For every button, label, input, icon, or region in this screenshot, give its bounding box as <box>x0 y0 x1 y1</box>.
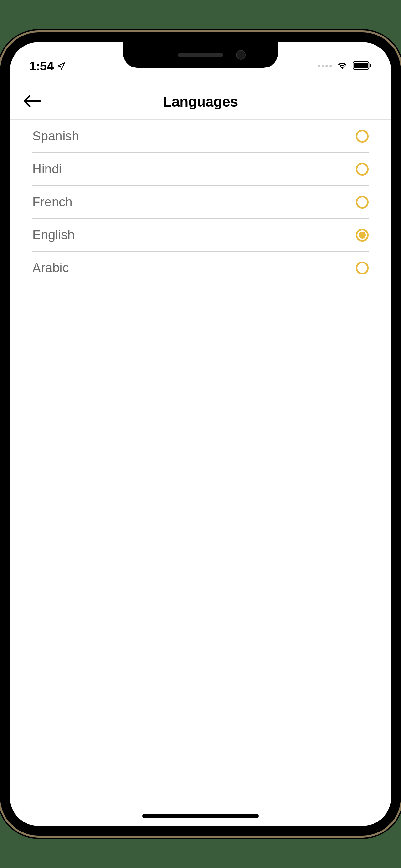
language-row-hindi[interactable]: Hindi <box>32 153 369 186</box>
location-icon <box>57 59 65 73</box>
page-title: Languages <box>23 94 378 110</box>
status-time: 1:54 <box>29 59 54 73</box>
language-label: French <box>32 195 73 209</box>
arrow-left-icon <box>23 94 42 108</box>
svg-rect-2 <box>354 63 368 68</box>
radio-icon <box>356 130 369 143</box>
language-row-spanish[interactable]: Spanish <box>32 120 369 153</box>
svg-marker-0 <box>58 63 65 69</box>
back-button[interactable] <box>23 94 42 110</box>
radio-selected-icon <box>356 228 369 242</box>
status-left: 1:54 <box>29 59 65 73</box>
notch <box>123 42 278 68</box>
battery-icon <box>352 61 372 71</box>
radio-icon <box>356 196 369 209</box>
front-camera <box>236 50 246 60</box>
language-row-english[interactable]: English <box>32 219 369 252</box>
signal-dots-icon <box>318 65 332 67</box>
phone-frame: 1:54 <box>0 32 401 836</box>
radio-icon <box>356 261 369 275</box>
nav-header: Languages <box>10 84 391 120</box>
language-label: Spanish <box>32 129 79 144</box>
speaker <box>178 53 223 57</box>
svg-rect-3 <box>370 64 371 67</box>
language-label: Arabic <box>32 260 69 275</box>
language-row-arabic[interactable]: Arabic <box>32 252 369 284</box>
status-right <box>318 61 372 71</box>
wifi-icon <box>336 61 348 71</box>
radio-icon <box>356 163 369 176</box>
language-list: Spanish Hindi French English Arabic <box>10 120 391 284</box>
home-indicator[interactable] <box>143 814 258 818</box>
language-row-french[interactable]: French <box>32 186 369 219</box>
language-label: Hindi <box>32 162 62 176</box>
language-label: English <box>32 228 74 242</box>
screen: 1:54 <box>10 42 391 826</box>
